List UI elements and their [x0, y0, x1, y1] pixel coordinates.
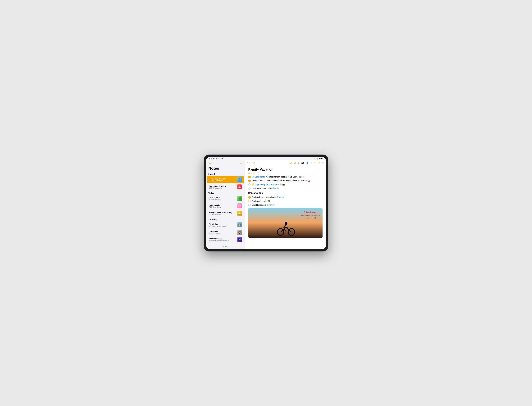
checklist: ✓ ✈️ Book flights ✈️: check for any spec…	[248, 176, 323, 190]
notes-count: 15 Notes	[206, 244, 245, 249]
dont-forget-line2: -Get photo at this location	[301, 214, 320, 217]
note-item-text: Sunlight and Circadian Rhy... 7:30 AM #s…	[209, 211, 236, 215]
yesterday-label: Yesterday	[208, 218, 217, 221]
checkbox-1[interactable]: ✓	[248, 176, 251, 178]
note-meta: Yesterday Nature museum	[209, 225, 236, 227]
buy-item-3: Small binoculars @Ashley	[248, 204, 323, 206]
table-icon[interactable]: ⊞	[298, 161, 299, 164]
clock: 9:41 AM	[209, 158, 215, 160]
buy-checkbox-2[interactable]	[248, 200, 251, 203]
checklist-item-2: ✓ Reserve rental car large enough for 5+…	[248, 180, 323, 182]
status-bar: 9:41 AM Mon Jun 5 ▲ 🔋 100%	[206, 157, 326, 160]
dont-forget-annotation: ✶ Don't forget -Get photo at this locati…	[301, 210, 320, 219]
epic-word: epic	[307, 217, 310, 219]
pin-icon: 📍	[209, 179, 211, 181]
note-thumbnail: 🦁	[237, 222, 242, 227]
note-item-text: Nature Walks 7:35 AM #science	[209, 204, 236, 208]
buy-item-1: ✓ Backpacks and hiking boots @Danny	[248, 196, 323, 199]
note-title: Sunlight and Circadian Rhy...	[209, 211, 236, 214]
note-item-nature-walks[interactable]: Nature Walks 7:35 AM #science 🌸	[207, 202, 244, 210]
checklist-item-3: 🗂️ Dog-friendly parks and trails 🐕 📷	[248, 183, 323, 186]
buy-text-1: Backpacks and hiking boots @Danny	[252, 196, 323, 199]
note-meta: 9:41AM #travel	[212, 180, 236, 181]
note-thumbnail: 🎂	[237, 184, 242, 189]
pinned-section-header: Pinned ▾	[206, 172, 245, 176]
date: Mon Jun 5	[216, 158, 223, 160]
note-item-game-day[interactable]: Game Day Yesterday #soccer 🏟️	[207, 229, 244, 236]
note-item-text: Plant Sketch 8:08 AM #garden	[209, 197, 236, 201]
app-content: ⊞ ⊙ Notes Pinned ▾ 📍 Family Vacation	[206, 160, 326, 249]
screen: 9:41 AM Mon Jun 5 ▲ 🔋 100% ⊞ ⊙ Notes	[206, 157, 326, 249]
wifi-icon: ▲	[314, 158, 316, 160]
note-item-sunlight[interactable]: Sunlight and Circadian Rhy... 7:30 AM #s…	[207, 210, 244, 217]
font-button[interactable]: Aa	[289, 162, 292, 164]
battery-icon: 🔋	[317, 158, 318, 160]
camera-icon[interactable]: 📷	[301, 161, 304, 164]
today-label: Today	[208, 192, 214, 194]
note-meta: 7:30 AM #science	[209, 214, 236, 215]
check-text-4: Best spots for day trips @Olivia	[252, 187, 323, 190]
svg-line-9	[281, 228, 284, 228]
note-content: Family Vacation #travel ✓ ✈️ Book flight…	[245, 165, 326, 249]
sidebar: ⊞ ⊙ Notes Pinned ▾ 📍 Family Vacation	[206, 160, 245, 249]
ipad-device: 9:41 AM Mon Jun 5 ▲ 🔋 100% ⊞ ⊙ Notes	[204, 154, 328, 252]
check-text-3: 🗂️ Dog-friendly parks and trails 🐕 📷	[252, 183, 323, 186]
share-icon[interactable]: ↑	[311, 162, 312, 164]
svg-point-6	[285, 222, 288, 225]
more-icon[interactable]: •••	[318, 162, 320, 164]
checklist-item-4: Best spots for day trips @Olivia	[248, 187, 323, 190]
note-tag: #travel	[248, 172, 323, 174]
svg-line-3	[286, 227, 291, 232]
checklist-item-1: ✓ ✈️ Book flights ✈️: check for any spec…	[248, 176, 323, 178]
buy-checkbox-3[interactable]	[248, 204, 251, 206]
note-meta: 8:08 AM #garden	[209, 199, 236, 201]
checkbox-2[interactable]: ✓	[248, 180, 251, 182]
compose-icon[interactable]: ✏	[322, 161, 324, 164]
mention-danny: @Danny	[276, 196, 284, 198]
note-item-family-vacation[interactable]: 📍 Family Vacation 9:41AM #travel 🚴	[207, 176, 244, 183]
buy-checkbox-1[interactable]: ✓	[248, 196, 251, 199]
note-item-text: Family Fun Yesterday Nature museum	[209, 223, 236, 227]
checkbox-3[interactable]	[248, 183, 251, 186]
pen-icon[interactable]: ✎	[314, 161, 316, 164]
note-item-text: Aurora Borealis Yesterday Collisions wit…	[209, 238, 236, 241]
note-item-text: Game Day Yesterday #soccer	[209, 230, 236, 234]
back-arrow-icon[interactable]: ↗	[253, 161, 255, 164]
dog-friendly-link[interactable]: Dog-friendly parks and trails	[255, 183, 279, 186]
note-item-birthday[interactable]: Anthonio's Birthday 8:22 AM Invitations …	[207, 183, 244, 190]
note-thumbnail: 🌿	[237, 196, 242, 201]
note-detail: • • • ↗ Aa ⊟ ⊞ 📷 👤 ↑ ✎ ••• ✏	[245, 160, 326, 249]
note-thumbnail: 🌅	[237, 211, 242, 216]
check-text-2: Reserve rental car large enough for 5+ d…	[252, 180, 323, 182]
bike-silhouette-icon	[273, 219, 298, 237]
yesterday-section-header: Yesterday	[206, 217, 245, 221]
note-thumbnail: 🌌	[237, 237, 242, 242]
note-item-text: Family Vacation 9:41AM #travel	[212, 178, 236, 181]
mention-olivia: @Olivia	[272, 187, 279, 189]
mention-ashley: @Ashley	[267, 204, 274, 206]
pinned-label: Pinned	[208, 173, 215, 175]
note-title: Nature Walks	[209, 204, 236, 206]
note-item-plant-sketch[interactable]: Plant Sketch 8:08 AM #garden 🌿	[207, 195, 244, 202]
status-right: ▲ 🔋 100%	[314, 158, 323, 160]
sidebar-list: Pinned ▾ 📍 Family Vacation 9:41AM #trave…	[206, 172, 245, 244]
more-options-button[interactable]: ⊙	[239, 161, 243, 165]
note-thumbnail: 🌸	[237, 203, 242, 208]
note-image: ✶ Don't forget -Get photo at this locati…	[248, 208, 323, 238]
note-thumbnail: 🚴	[237, 177, 242, 182]
dont-forget-line3: for epic sunset	[301, 217, 320, 219]
pinned-chevron-icon[interactable]: ▾	[242, 173, 243, 175]
checklist-icon[interactable]: ⊟	[294, 161, 296, 164]
note-item-aurora-borealis[interactable]: Aurora Borealis Yesterday Collisions wit…	[207, 236, 244, 243]
note-meta: Yesterday #soccer	[209, 232, 236, 234]
star-icon: ✶	[303, 211, 305, 213]
person-icon[interactable]: 👤	[306, 161, 309, 164]
note-title: Family Vacation	[212, 178, 236, 180]
dont-forget-line1: ✶ Don't forget	[301, 210, 320, 214]
book-flights-link[interactable]: Book flights	[255, 176, 265, 178]
items-to-buy-list: ✓ Backpacks and hiking boots @Danny Pack…	[248, 196, 323, 206]
checkbox-4[interactable]	[248, 187, 251, 190]
status-left: 9:41 AM Mon Jun 5	[209, 158, 223, 160]
sidebar-toggle-button[interactable]: ⊞	[208, 161, 212, 165]
note-item-family-fun[interactable]: Family Fun Yesterday Nature museum 🦁	[207, 221, 244, 228]
